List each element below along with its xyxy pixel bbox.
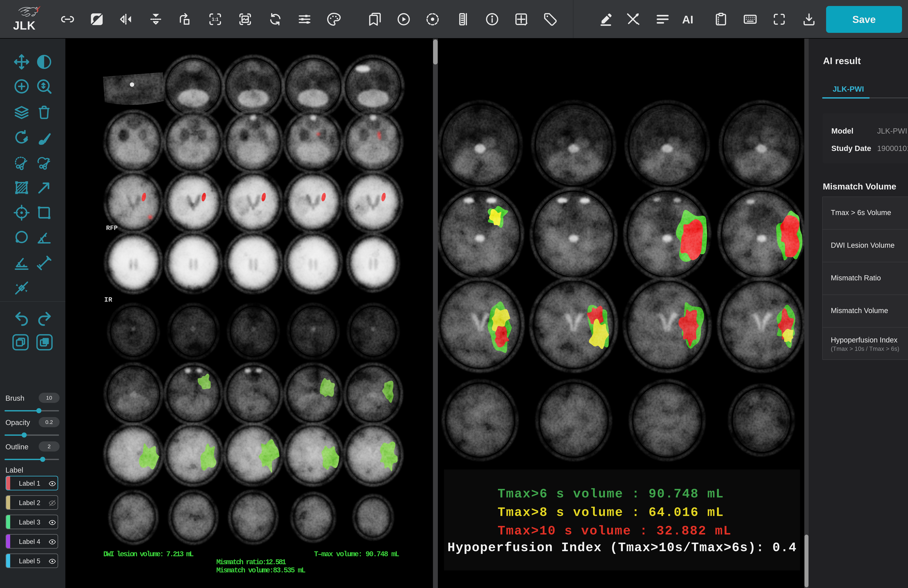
svg-text:Mismatch ratio:12.581: Mismatch ratio:12.581 (216, 558, 286, 566)
svg-text:T–max volume: 90.748 mL: T–max volume: 90.748 mL (314, 550, 399, 558)
svg-text:Tmax>6 s volume : 90.748 mL: Tmax>6 s volume : 90.748 mL (497, 487, 723, 501)
svg-text:1:1: 1:1 (212, 17, 219, 22)
svg-text:IR: IR (104, 296, 112, 304)
svg-text:Tmax>8 s volume : 64.016 mL: Tmax>8 s volume : 64.016 mL (497, 505, 723, 520)
svg-text:RFP: RFP (106, 225, 118, 232)
svg-text:DWI lesion volume: 7.213 mL: DWI lesion volume: 7.213 mL (103, 550, 194, 558)
svg-text:Mismatch volume:83.535 mL: Mismatch volume:83.535 mL (216, 566, 306, 575)
svg-text:Hypoperfusion Index (Tmax>10s/: Hypoperfusion Index (Tmax>10s/Tmax>6s): … (448, 541, 796, 555)
